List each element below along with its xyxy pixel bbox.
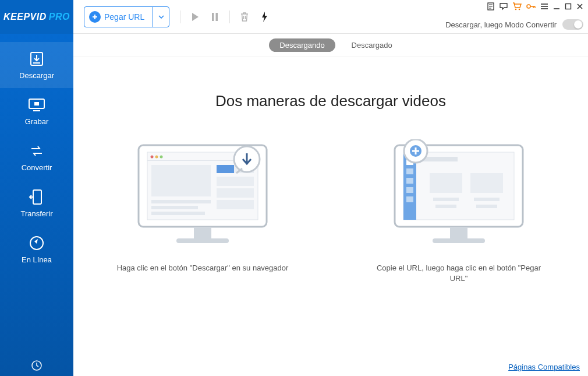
divider	[229, 10, 230, 23]
paste-url-group: Pegar URL	[84, 6, 169, 27]
sidebar-item-convertir[interactable]: Convertir	[0, 134, 73, 180]
svg-rect-48	[450, 227, 467, 238]
online-icon	[26, 234, 47, 252]
compatible-pages-link[interactable]: Páginas Compatibles	[508, 363, 580, 371]
sidebar-item-label: Convertir	[22, 163, 52, 172]
svg-point-33	[151, 156, 154, 159]
divider	[180, 10, 180, 23]
svg-rect-62	[435, 205, 456, 208]
page-headline: Dos maneras de descargar videos	[215, 92, 446, 110]
convert-mode-row: Descargar, luego Modo Convertir	[445, 19, 583, 30]
svg-rect-58	[430, 173, 462, 193]
transfer-icon	[26, 188, 47, 206]
svg-rect-18	[566, 4, 571, 9]
minimize-button[interactable]	[553, 3, 560, 10]
method2-caption: Copie el URL, luego haga clic en el botó…	[371, 263, 546, 284]
body-row: Descargar Grabar Convertir Transferir En	[0, 34, 588, 376]
record-icon	[26, 96, 47, 114]
svg-rect-3	[216, 13, 218, 21]
svg-rect-2	[212, 13, 214, 21]
svg-point-10	[527, 5, 530, 8]
delete-button[interactable]	[235, 7, 254, 27]
close-button[interactable]	[576, 3, 583, 10]
svg-rect-45	[217, 200, 254, 209]
sidebar-item-label: Transferir	[20, 209, 52, 218]
menu-icon[interactable]	[540, 3, 548, 10]
svg-point-34	[155, 156, 158, 159]
key-icon[interactable]	[526, 3, 536, 9]
svg-rect-53	[406, 168, 413, 174]
tab-descargando[interactable]: Descargando	[269, 38, 335, 52]
svg-rect-49	[433, 238, 485, 243]
top-bar: KEEPVID PRO Pegar URL	[0, 0, 588, 34]
monitor-illustration-1	[133, 139, 272, 250]
svg-rect-31	[176, 238, 229, 243]
toolbar-icons	[175, 7, 274, 27]
svg-rect-30	[194, 227, 211, 238]
svg-rect-57	[423, 157, 458, 161]
svg-rect-44	[217, 188, 254, 198]
sidebar-item-grabar[interactable]: Grabar	[0, 88, 73, 134]
svg-rect-42	[217, 165, 234, 173]
method-paste-url: Copie el URL, luego haga clic en el botó…	[371, 139, 546, 284]
logo-brand: KEEPVID	[3, 12, 47, 22]
svg-rect-60	[433, 198, 459, 201]
svg-rect-59	[470, 173, 503, 193]
pause-button[interactable]	[205, 7, 225, 27]
play-icon	[191, 12, 199, 22]
svg-rect-24	[34, 102, 39, 106]
svg-rect-26	[33, 190, 41, 204]
sidebar-item-label: En Línea	[22, 255, 52, 264]
svg-point-9	[519, 9, 520, 10]
lightning-icon	[261, 11, 268, 23]
svg-rect-40	[151, 212, 205, 215]
main-area: Descargando Descargado Dos maneras de de…	[73, 34, 588, 376]
play-button[interactable]	[185, 7, 205, 27]
notes-icon[interactable]	[487, 2, 495, 10]
download-icon	[26, 50, 47, 68]
svg-rect-63	[476, 205, 497, 208]
chevron-down-icon	[158, 15, 164, 19]
svg-point-35	[160, 156, 163, 159]
paste-url-dropdown[interactable]	[153, 7, 169, 27]
convert-mode-toggle[interactable]	[562, 19, 583, 30]
clock-icon	[31, 360, 42, 371]
paste-url-label: Pegar URL	[104, 12, 144, 22]
sidebar-item-transferir[interactable]: Transferir	[0, 180, 73, 226]
plus-icon	[89, 11, 101, 23]
svg-rect-39	[151, 206, 198, 209]
svg-rect-37	[151, 165, 211, 196]
svg-rect-43	[217, 177, 254, 186]
convert-icon	[26, 142, 47, 160]
svg-rect-56	[406, 196, 413, 202]
turbo-button[interactable]	[254, 7, 274, 27]
pause-icon	[211, 12, 218, 22]
methods-row: Haga clic en el botón "Descargar" en su …	[115, 139, 546, 284]
paste-url-button[interactable]: Pegar URL	[84, 7, 153, 27]
system-icons	[487, 2, 583, 10]
sidebar-item-label: Grabar	[25, 117, 48, 126]
convert-mode-label: Descargar, luego Modo Convertir	[445, 20, 557, 29]
sidebar-item-descargar[interactable]: Descargar	[0, 42, 73, 88]
svg-rect-54	[406, 178, 413, 184]
cart-icon[interactable]	[512, 2, 522, 10]
tab-descargado[interactable]: Descargado	[352, 41, 392, 50]
method-browser-download: Haga clic en el botón "Descargar" en su …	[115, 139, 290, 273]
svg-point-8	[515, 9, 517, 10]
feedback-icon[interactable]	[500, 2, 508, 10]
logo-suffix: PRO	[49, 12, 70, 22]
svg-rect-61	[474, 198, 500, 201]
history-button[interactable]	[0, 360, 73, 371]
content: Dos maneras de descargar videos	[73, 57, 588, 376]
sidebar-item-en-linea[interactable]: En Línea	[0, 226, 73, 272]
top-right-area: Descargar, luego Modo Convertir	[445, 1, 583, 32]
monitor-illustration-2	[389, 139, 529, 250]
method1-caption: Haga clic en el botón "Descargar" en su …	[117, 263, 289, 273]
trash-icon	[240, 12, 249, 22]
tabs-row: Descargando Descargado	[73, 34, 588, 57]
sidebar-item-label: Descargar	[19, 71, 54, 80]
svg-rect-38	[151, 200, 211, 203]
sidebar: Descargar Grabar Convertir Transferir En	[0, 34, 73, 376]
svg-rect-55	[406, 187, 413, 193]
maximize-button[interactable]	[565, 3, 572, 10]
